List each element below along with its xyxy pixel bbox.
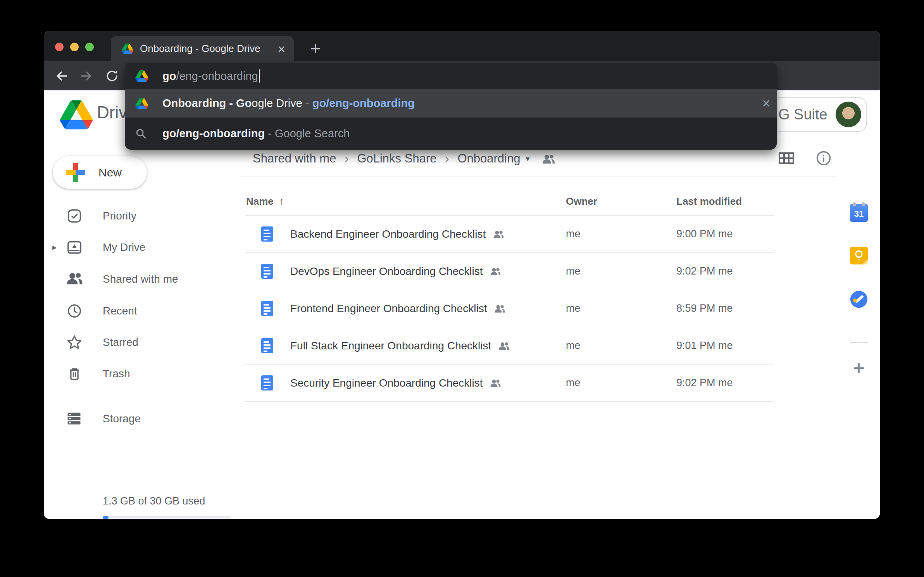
sidebar-item-my-drive[interactable]: ▸ My Drive — [44, 237, 238, 258]
file-table: Backend Engineer Onboarding Checklist me… — [245, 215, 774, 402]
suggestion-drive-result[interactable]: Onboarding - Google Drive - go/eng-onboa… — [125, 89, 777, 117]
file-shared-icon — [490, 378, 501, 388]
minimize-window-button[interactable] — [70, 43, 79, 51]
google-docs-icon — [261, 375, 273, 390]
suggestion-title-bold: Onboarding - Go — [162, 97, 252, 110]
sidebar-item-shared-with-me[interactable]: Shared with me — [44, 268, 238, 290]
sidebar-label: Storage — [103, 413, 141, 425]
suggestion-suffix: - Google Search — [265, 127, 350, 140]
close-window-button[interactable] — [55, 43, 64, 51]
suggestion-query: go/eng-onboarding — [162, 127, 265, 140]
calendar-day-label: 31 — [854, 209, 864, 219]
new-tab-button[interactable]: + — [304, 37, 327, 60]
google-docs-icon — [261, 226, 273, 242]
file-row[interactable]: Frontend Engineer Onboarding Checklist m… — [245, 290, 774, 327]
grid-view-button[interactable] — [777, 149, 795, 167]
drive-logo-icon[interactable] — [60, 100, 93, 130]
browser-tab[interactable]: Onboarding - Google Drive × — [111, 36, 294, 61]
account-avatar[interactable] — [836, 102, 861, 127]
suggestion-url: go/eng-onboarding — [312, 97, 415, 110]
sidebar-item-storage[interactable]: Storage — [44, 408, 238, 430]
sidebar-item-trash[interactable]: Trash — [44, 363, 238, 385]
suggestion-google-search[interactable]: go/eng-onboarding - Google Search — [125, 117, 777, 150]
tasks-icon[interactable] — [850, 290, 868, 308]
new-button[interactable]: New — [53, 156, 147, 189]
calendar-icon[interactable]: 31 — [850, 204, 868, 222]
file-name: DevOps Engineer Onboarding Checklist — [290, 265, 483, 278]
breadcrumb-separator-icon: › — [345, 152, 348, 165]
column-header-name[interactable]: Name — [246, 195, 274, 207]
divider — [44, 448, 233, 448]
file-last-modified: 9:02 PM me — [676, 265, 733, 277]
file-shared-icon — [494, 304, 505, 313]
file-row[interactable]: Full Stack Engineer Onboarding Checklist… — [245, 327, 774, 365]
breadcrumb-shared-with-me[interactable]: Shared with me — [253, 152, 336, 166]
sidebar-item-starred[interactable]: Starred — [44, 332, 238, 353]
column-header-owner[interactable]: Owner — [566, 195, 597, 207]
file-name: Backend Engineer Onboarding Checklist — [290, 228, 486, 240]
file-last-modified: 9:01 PM me — [676, 340, 733, 352]
url-input-text[interactable]: go/eng-onboarding — [162, 69, 260, 83]
keep-icon[interactable] — [850, 247, 868, 264]
breadcrumb-onboarding[interactable]: Onboarding — [457, 152, 520, 166]
url-typed-rest: /eng-onboarding — [176, 70, 258, 83]
back-button[interactable] — [53, 67, 70, 85]
gsuite-account-box[interactable]: G Suite — [771, 97, 867, 132]
drive-favicon-icon — [135, 98, 148, 109]
file-row[interactable]: Security Engineer Onboarding Checklist m… — [245, 365, 774, 402]
google-docs-icon — [261, 338, 273, 353]
google-docs-icon — [261, 264, 273, 279]
sidebar-label: Priority — [103, 210, 136, 222]
column-header-last-modified[interactable]: Last modified — [676, 195, 742, 207]
url-typed-prefix: go — [162, 70, 176, 83]
new-button-label: New — [98, 166, 122, 179]
storage-progress-fill — [103, 516, 109, 519]
file-owner: me — [566, 377, 581, 389]
sidebar-label: Recent — [103, 305, 137, 317]
folder-shared-icon — [541, 153, 555, 164]
search-icon — [135, 128, 148, 140]
tab-title: Onboarding - Google Drive — [140, 43, 278, 55]
file-name: Full Stack Engineer Onboarding Checklist — [290, 340, 491, 352]
divider — [240, 176, 837, 176]
file-last-modified: 8:59 PM me — [676, 302, 733, 314]
remove-suggestion-icon[interactable]: × — [756, 89, 777, 117]
file-owner: me — [566, 228, 581, 240]
storage-progress-bar — [103, 516, 231, 519]
sort-ascending-icon[interactable]: ↑ — [279, 195, 284, 207]
add-panel-plus-icon[interactable]: + — [850, 358, 868, 378]
breadcrumb-golinks-share[interactable]: GoLinks Share — [357, 152, 436, 166]
starred-star-icon — [66, 333, 83, 351]
details-info-button[interactable] — [815, 149, 833, 167]
expand-arrow-icon[interactable]: ▸ — [52, 242, 57, 252]
sidebar-item-recent[interactable]: Recent — [44, 300, 238, 322]
sidebar-label: Starred — [103, 336, 138, 349]
sidebar-label: Trash — [103, 368, 130, 380]
sidebar-item-priority[interactable]: Priority — [44, 205, 238, 227]
breadcrumb-separator-icon: › — [445, 152, 449, 165]
file-row[interactable]: DevOps Engineer Onboarding Checklist me … — [245, 253, 774, 290]
omnibox-dropdown: go/eng-onboarding Onboarding - Google Dr… — [125, 63, 777, 150]
divider — [850, 342, 868, 343]
suggestion-separator: - — [302, 97, 312, 110]
folder-menu-caret-icon[interactable]: ▾ — [526, 154, 529, 163]
gsuite-label: G Suite — [778, 106, 836, 123]
url-bar[interactable]: go/eng-onboarding — [125, 63, 777, 89]
new-plus-icon — [65, 162, 86, 183]
file-owner: me — [566, 265, 581, 277]
my-drive-icon — [66, 238, 83, 256]
file-row[interactable]: Backend Engineer Onboarding Checklist me… — [245, 216, 774, 253]
file-last-modified: 9:02 PM me — [676, 377, 733, 389]
drive-page: Drive G Suite Shared with me › GoLinks S… — [44, 90, 880, 519]
right-rail: 31 + › — [837, 140, 880, 519]
trash-icon — [66, 365, 83, 383]
file-name: Security Engineer Onboarding Checklist — [290, 377, 483, 389]
tab-close-icon[interactable]: × — [278, 42, 285, 55]
storage-usage-text: 1.3 GB of 30 GB used — [103, 495, 205, 507]
suggestion-title-rest: ogle Drive — [252, 97, 302, 110]
zoom-window-button[interactable] — [85, 43, 94, 51]
storage-icon — [66, 410, 83, 428]
reload-button[interactable] — [103, 67, 121, 85]
file-shared-icon — [498, 341, 510, 351]
forward-button[interactable] — [78, 67, 95, 85]
